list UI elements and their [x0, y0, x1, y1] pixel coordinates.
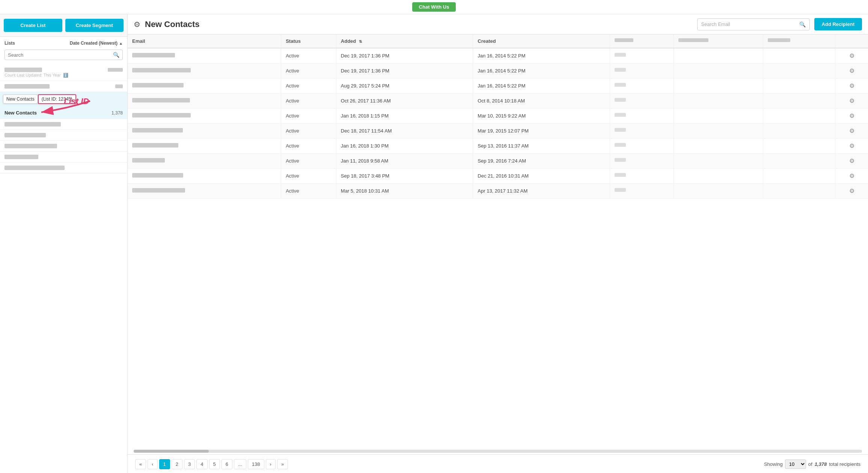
- main-header: ⚙ New Contacts 🔍 Add Recipient: [128, 14, 868, 35]
- cell-gear[interactable]: ⚙: [835, 63, 868, 78]
- page-button[interactable]: 1: [159, 459, 170, 469]
- cell-status: Active: [281, 93, 336, 108]
- cell-status: Active: [281, 184, 336, 199]
- sidebar-search-icon[interactable]: 🔍: [113, 52, 119, 58]
- cell-extra2: [674, 169, 763, 184]
- list-item-count: [115, 84, 123, 88]
- cell-status: Active: [281, 124, 336, 139]
- cell-extra3: [763, 184, 835, 199]
- list-item[interactable]: [0, 152, 127, 163]
- row-settings-icon[interactable]: ⚙: [849, 98, 854, 104]
- cell-gear[interactable]: ⚙: [835, 108, 868, 124]
- cell-extra3: [763, 63, 835, 78]
- col-extra1: [610, 35, 674, 48]
- cell-gear[interactable]: ⚙: [835, 154, 868, 169]
- cell-created: Oct 8, 2014 10:18 AM: [473, 93, 610, 108]
- cell-extra3: [763, 48, 835, 63]
- tooltip-id: (List ID: 12345): [38, 94, 76, 104]
- list-item-new-contacts[interactable]: New Contacts (List ID: 12345) List ID Ne…: [0, 92, 127, 119]
- sidebar: Create List Create Segment Lists Date Cr…: [0, 14, 128, 473]
- row-settings-icon[interactable]: ⚙: [849, 188, 854, 194]
- page-button[interactable]: 6: [222, 459, 232, 469]
- row-settings-icon[interactable]: ⚙: [849, 68, 854, 74]
- cell-extra2: [674, 108, 763, 124]
- cell-extra1: [610, 48, 674, 63]
- table-row: Active Dec 19, 2017 1:36 PM Jan 16, 2014…: [128, 63, 868, 78]
- showing-label: Showing: [764, 461, 783, 467]
- cell-gear[interactable]: ⚙: [835, 139, 868, 154]
- cell-extra2: [674, 139, 763, 154]
- cell-created: Jan 16, 2014 5:22 PM: [473, 63, 610, 78]
- page-button[interactable]: ‹: [148, 459, 157, 469]
- cell-extra2: [674, 63, 763, 78]
- horizontal-scrollbar[interactable]: [134, 450, 862, 453]
- col-status: Status: [281, 35, 336, 48]
- search-email-icon: 🔍: [799, 21, 806, 27]
- page-button[interactable]: ›: [266, 459, 276, 469]
- list-item[interactable]: [0, 81, 127, 92]
- cell-added: Mar 5, 2018 10:31 AM: [336, 184, 473, 199]
- col-email: Email: [128, 35, 281, 48]
- cell-email: [128, 139, 281, 154]
- row-settings-icon[interactable]: ⚙: [849, 83, 854, 89]
- cell-gear[interactable]: ⚙: [835, 124, 868, 139]
- table-row: Active Jan 16, 2018 1:15 PM Mar 10, 2015…: [128, 108, 868, 124]
- per-page-select[interactable]: 102550100: [785, 459, 806, 469]
- sidebar-search-input[interactable]: [8, 52, 113, 58]
- list-item[interactable]: [0, 163, 127, 173]
- page-button[interactable]: «: [135, 459, 146, 469]
- table-row: Active Mar 5, 2018 10:31 AM Apr 13, 2017…: [128, 184, 868, 199]
- page-title: New Contacts: [145, 20, 693, 29]
- row-settings-icon[interactable]: ⚙: [849, 113, 854, 119]
- list-item[interactable]: [0, 130, 127, 141]
- list-item-name: [5, 166, 65, 170]
- cell-created: Jan 16, 2014 5:22 PM: [473, 48, 610, 63]
- sort-label[interactable]: Date Created (Newest) ▲: [70, 41, 123, 46]
- contacts-table: Email Status Added ⇅ Created Active Dec …: [128, 35, 868, 199]
- page-button[interactable]: 138: [248, 459, 264, 469]
- settings-icon[interactable]: ⚙: [134, 20, 140, 29]
- page-button[interactable]: ...: [234, 459, 246, 469]
- search-email-input[interactable]: [701, 21, 797, 27]
- sidebar-list: Count Last Updated: This Year ℹ️ New Con…: [0, 63, 127, 473]
- chat-with-us-button[interactable]: Chat With Us: [412, 2, 456, 12]
- page-button[interactable]: 3: [184, 459, 195, 469]
- list-item[interactable]: [0, 141, 127, 152]
- cell-gear[interactable]: ⚙: [835, 184, 868, 199]
- add-recipient-button[interactable]: Add Recipient: [814, 18, 862, 30]
- cell-added: Dec 19, 2017 1:36 PM: [336, 48, 473, 63]
- list-item[interactable]: Count Last Updated: This Year ℹ️: [0, 65, 127, 81]
- cell-extra2: [674, 78, 763, 93]
- sidebar-header: Lists Date Created (Newest) ▲: [0, 37, 127, 48]
- cell-gear[interactable]: ⚙: [835, 93, 868, 108]
- create-list-button[interactable]: Create List: [4, 19, 62, 32]
- cell-gear[interactable]: ⚙: [835, 48, 868, 63]
- page-button[interactable]: 5: [209, 459, 220, 469]
- row-settings-icon[interactable]: ⚙: [849, 128, 854, 134]
- row-settings-icon[interactable]: ⚙: [849, 173, 854, 179]
- page-button[interactable]: 4: [196, 459, 207, 469]
- row-settings-icon[interactable]: ⚙: [849, 143, 854, 149]
- table-row: Active Dec 19, 2017 1:36 PM Jan 16, 2014…: [128, 48, 868, 63]
- row-settings-icon[interactable]: ⚙: [849, 158, 854, 164]
- cell-email: [128, 184, 281, 199]
- app-layout: Create List Create Segment Lists Date Cr…: [0, 14, 868, 473]
- page-button[interactable]: »: [277, 459, 288, 469]
- list-item[interactable]: [0, 119, 127, 130]
- row-settings-icon[interactable]: ⚙: [849, 53, 854, 59]
- cell-gear[interactable]: ⚙: [835, 78, 868, 93]
- cell-email: [128, 48, 281, 63]
- create-segment-button[interactable]: Create Segment: [65, 19, 124, 32]
- cell-gear[interactable]: ⚙: [835, 169, 868, 184]
- table-row: Active Oct 26, 2017 11:36 AM Oct 8, 2014…: [128, 93, 868, 108]
- cell-extra2: [674, 48, 763, 63]
- cell-extra3: [763, 169, 835, 184]
- page-controls: «‹123456...138›»: [135, 459, 288, 469]
- cell-status: Active: [281, 108, 336, 124]
- cell-created: Sep 13, 2016 11:37 AM: [473, 139, 610, 154]
- cell-created: Jan 16, 2014 5:22 PM: [473, 78, 610, 93]
- list-id-tooltip: New Contacts (List ID: 12345): [3, 94, 76, 104]
- cell-extra3: [763, 154, 835, 169]
- page-button[interactable]: 2: [172, 459, 182, 469]
- col-added[interactable]: Added ⇅: [336, 35, 473, 48]
